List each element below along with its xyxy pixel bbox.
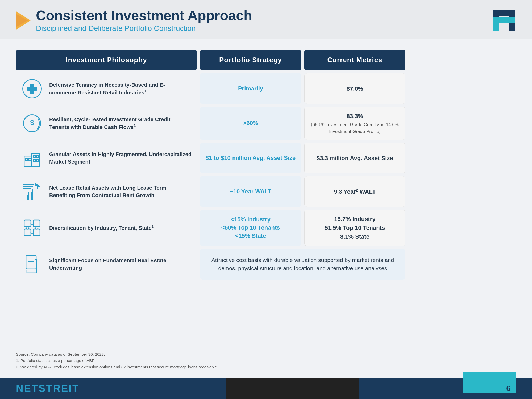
strategy-text-3: $1 to $10 million Avg. Asset Size [206,154,296,162]
svg-point-35 [31,231,33,234]
building-icon [21,147,43,169]
svg-rect-25 [33,189,36,200]
svg-rect-32 [24,229,31,236]
col-header-metrics: Current Metrics [304,50,405,70]
table-container: Investment Philosophy Portfolio Strategy… [16,50,516,347]
medical-cross-icon [21,78,43,99]
chart-growth-icon [21,181,43,202]
philosophy-cell-3: Granular Assets in Highly Fragmented, Un… [16,143,197,173]
metrics-text-5: 15.7% Industry51.5% Top 10 Tenants8.1% S… [325,215,385,241]
strategy-cell-3: $1 to $10 million Avg. Asset Size [200,143,301,173]
page-number: 6 [506,384,511,393]
note-1: 1. Portfolio statistics as a percentage … [16,358,516,364]
metrics-cell-1: 87.0% [304,73,405,104]
strategy-cell-2: >60% [200,107,301,140]
philosophy-cell-4: Net Lease Retail Assets with Long Lease … [16,176,197,207]
table-row: Granular Assets in Highly Fragmented, Un… [16,143,516,173]
svg-point-34 [31,222,33,225]
page-title: Consistent Investment Approach [36,8,252,23]
header-left: Consistent Investment Approach Disciplin… [16,8,252,33]
strategy-text-5: <15% Industry<50% Top 10 Tenants<15% Sta… [221,215,280,240]
svg-point-36 [26,227,29,229]
strategy-text-1: Primarily [238,85,263,93]
logo-container [492,9,516,32]
document-icon [21,253,43,275]
philosophy-text-4: Net Lease Retail Assets with Long Lease … [49,184,192,199]
brand-name: NETSTREIT [16,383,79,394]
metrics-text-2: 83.3% (68.6% Investment Grade Credit and… [310,112,400,135]
logo-icon [492,9,516,32]
svg-rect-23 [24,195,27,200]
svg-rect-21 [36,159,39,161]
philosophy-text-5: Diversification by Industry, Tenant, Sta… [49,224,154,232]
main-content: Investment Philosophy Portfolio Strategy… [0,39,532,378]
philosophy-cell-2: $ Resilient, Cycle-Tested Investment Gra… [16,107,197,140]
svg-text:$: $ [30,119,34,127]
svg-rect-10 [27,87,37,91]
philosophy-cell-6: Significant Focus on Fundamental Real Es… [16,249,197,280]
svg-rect-18 [33,156,35,158]
metrics-cell-4: 9.3 Year2 WALT [304,176,405,207]
svg-rect-5 [493,17,515,23]
svg-rect-7 [509,23,515,31]
col-headers: Investment Philosophy Portfolio Strategy… [16,50,516,70]
last-strategy-text: Attractive cost basis with durable valua… [208,256,397,273]
svg-point-37 [35,227,38,229]
source-note: Source: Company data as of September 30,… [16,351,516,358]
strategy-text-4: ~10 Year WALT [230,188,271,196]
page: Consistent Investment Approach Disciplin… [0,0,532,399]
strategy-cell-4: ~10 Year WALT [200,176,301,207]
metrics-cell-5: 15.7% Industry51.5% Top 10 Tenants8.1% S… [304,210,405,246]
svg-rect-31 [33,220,40,227]
col-header-strategy: Portfolio Strategy [200,50,301,70]
header-text: Consistent Investment Approach Disciplin… [36,8,252,33]
svg-rect-19 [36,156,39,158]
philosophy-text-3: Granular Assets in Highly Fragmented, Un… [49,151,192,165]
metrics-cell-3: $3.3 million Avg. Asset Size [304,143,405,173]
svg-rect-24 [28,192,32,200]
philosophy-text-6: Significant Focus on Fundamental Real Es… [49,257,192,272]
philosophy-cell-5: Diversification by Industry, Tenant, Sta… [16,210,197,246]
dollar-cycle-icon: $ [21,113,43,134]
svg-rect-17 [29,158,31,160]
svg-rect-16 [26,158,28,160]
strategy-text-2: >60% [243,119,258,127]
metrics-text-4: 9.3 Year2 WALT [334,187,376,196]
col-header-philosophy: Investment Philosophy [16,50,197,70]
svg-rect-6 [493,23,499,31]
strategy-cell-1: Primarily [200,73,301,104]
table-row: $ Resilient, Cycle-Tested Investment Gra… [16,107,516,140]
arrow-icon [16,11,31,30]
philosophy-text-1: Defensive Tenancy in Necessity-Based and… [49,81,192,96]
table-row: Net Lease Retail Assets with Long Lease … [16,176,516,207]
metrics-text-3: $3.3 million Avg. Asset Size [317,154,393,163]
philosophy-cell-1: Defensive Tenancy in Necessity-Based and… [16,73,197,104]
footer-notes: Source: Company data as of September 30,… [16,347,516,372]
philosophy-text-2: Resilient, Cycle-Tested Investment Grade… [49,116,192,131]
svg-rect-14 [24,156,32,166]
svg-rect-30 [24,220,31,227]
svg-rect-33 [33,229,40,236]
page-subtitle: Disciplined and Deliberate Portfolio Con… [36,24,252,33]
bottom-bar: NETSTREIT 6 [0,378,532,399]
svg-rect-22 [34,163,37,166]
metrics-text-1: 87.0% [347,84,363,93]
header: Consistent Investment Approach Disciplin… [0,0,532,39]
table-row-last: Significant Focus on Fundamental Real Es… [16,249,516,280]
last-strategy-cell: Attractive cost basis with durable valua… [200,249,405,280]
metrics-cell-2: 83.3% (68.6% Investment Grade Credit and… [304,107,405,140]
svg-rect-20 [33,159,35,161]
table-row: Defensive Tenancy in Necessity-Based and… [16,73,516,104]
rows-area: Defensive Tenancy in Necessity-Based and… [16,73,516,347]
svg-rect-38 [26,256,36,269]
puzzle-icon [21,217,43,239]
table-row: Diversification by Industry, Tenant, Sta… [16,210,516,246]
strategy-cell-5: <15% Industry<50% Top 10 Tenants<15% Sta… [200,210,301,246]
note-2: 2. Weighted by ABR; excludes lease exten… [16,364,516,370]
